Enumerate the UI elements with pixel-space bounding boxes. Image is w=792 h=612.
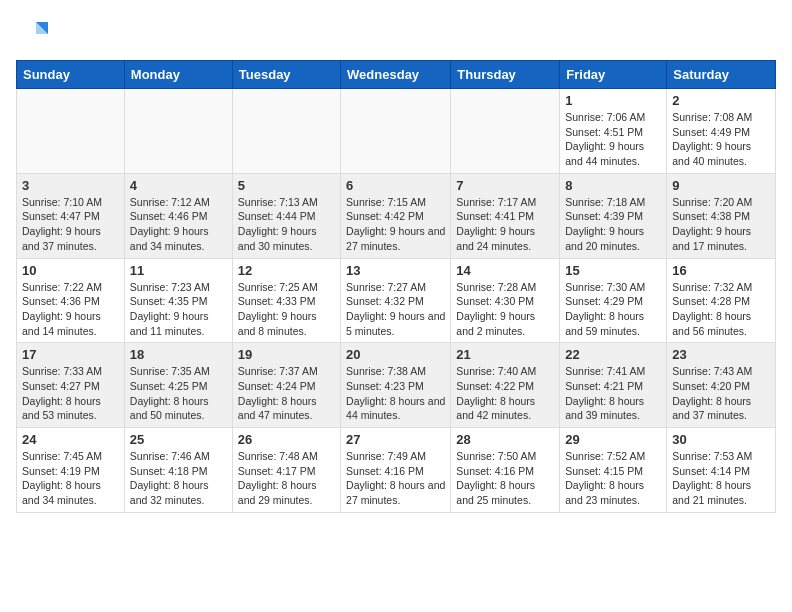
day-info: Sunrise: 7:08 AM Sunset: 4:49 PM Dayligh… [672,110,770,169]
day-cell: 26Sunrise: 7:48 AM Sunset: 4:17 PM Dayli… [232,428,340,513]
day-info: Sunrise: 7:48 AM Sunset: 4:17 PM Dayligh… [238,449,335,508]
col-header-tuesday: Tuesday [232,61,340,89]
svg-marker-2 [36,22,48,34]
day-cell: 13Sunrise: 7:27 AM Sunset: 4:32 PM Dayli… [341,258,451,343]
col-header-sunday: Sunday [17,61,125,89]
week-row-1: 1Sunrise: 7:06 AM Sunset: 4:51 PM Daylig… [17,89,776,174]
day-cell [124,89,232,174]
day-info: Sunrise: 7:40 AM Sunset: 4:22 PM Dayligh… [456,364,554,423]
calendar-header-row: SundayMondayTuesdayWednesdayThursdayFrid… [17,61,776,89]
day-number: 19 [238,347,335,362]
day-number: 10 [22,263,119,278]
week-row-2: 3Sunrise: 7:10 AM Sunset: 4:47 PM Daylig… [17,173,776,258]
day-number: 15 [565,263,661,278]
day-cell: 20Sunrise: 7:38 AM Sunset: 4:23 PM Dayli… [341,343,451,428]
day-info: Sunrise: 7:25 AM Sunset: 4:33 PM Dayligh… [238,280,335,339]
day-cell: 15Sunrise: 7:30 AM Sunset: 4:29 PM Dayli… [560,258,667,343]
day-info: Sunrise: 7:52 AM Sunset: 4:15 PM Dayligh… [565,449,661,508]
day-number: 29 [565,432,661,447]
day-cell: 4Sunrise: 7:12 AM Sunset: 4:46 PM Daylig… [124,173,232,258]
page-header [16,16,776,48]
week-row-3: 10Sunrise: 7:22 AM Sunset: 4:36 PM Dayli… [17,258,776,343]
day-number: 6 [346,178,445,193]
day-cell: 2Sunrise: 7:08 AM Sunset: 4:49 PM Daylig… [667,89,776,174]
day-info: Sunrise: 7:45 AM Sunset: 4:19 PM Dayligh… [22,449,119,508]
day-number: 5 [238,178,335,193]
day-cell: 1Sunrise: 7:06 AM Sunset: 4:51 PM Daylig… [560,89,667,174]
day-number: 2 [672,93,770,108]
day-info: Sunrise: 7:23 AM Sunset: 4:35 PM Dayligh… [130,280,227,339]
day-cell: 7Sunrise: 7:17 AM Sunset: 4:41 PM Daylig… [451,173,560,258]
day-number: 12 [238,263,335,278]
day-cell: 17Sunrise: 7:33 AM Sunset: 4:27 PM Dayli… [17,343,125,428]
day-number: 1 [565,93,661,108]
day-info: Sunrise: 7:35 AM Sunset: 4:25 PM Dayligh… [130,364,227,423]
logo [16,16,52,48]
logo-icon [16,16,48,48]
day-info: Sunrise: 7:30 AM Sunset: 4:29 PM Dayligh… [565,280,661,339]
day-cell: 18Sunrise: 7:35 AM Sunset: 4:25 PM Dayli… [124,343,232,428]
day-number: 7 [456,178,554,193]
day-cell [451,89,560,174]
day-number: 18 [130,347,227,362]
day-info: Sunrise: 7:46 AM Sunset: 4:18 PM Dayligh… [130,449,227,508]
day-info: Sunrise: 7:15 AM Sunset: 4:42 PM Dayligh… [346,195,445,254]
day-info: Sunrise: 7:12 AM Sunset: 4:46 PM Dayligh… [130,195,227,254]
week-row-5: 24Sunrise: 7:45 AM Sunset: 4:19 PM Dayli… [17,428,776,513]
day-info: Sunrise: 7:13 AM Sunset: 4:44 PM Dayligh… [238,195,335,254]
day-cell: 6Sunrise: 7:15 AM Sunset: 4:42 PM Daylig… [341,173,451,258]
day-info: Sunrise: 7:06 AM Sunset: 4:51 PM Dayligh… [565,110,661,169]
col-header-thursday: Thursday [451,61,560,89]
day-info: Sunrise: 7:33 AM Sunset: 4:27 PM Dayligh… [22,364,119,423]
day-number: 9 [672,178,770,193]
day-number: 27 [346,432,445,447]
day-number: 11 [130,263,227,278]
day-number: 28 [456,432,554,447]
day-cell: 11Sunrise: 7:23 AM Sunset: 4:35 PM Dayli… [124,258,232,343]
day-number: 22 [565,347,661,362]
day-cell: 16Sunrise: 7:32 AM Sunset: 4:28 PM Dayli… [667,258,776,343]
day-info: Sunrise: 7:28 AM Sunset: 4:30 PM Dayligh… [456,280,554,339]
col-header-friday: Friday [560,61,667,89]
day-info: Sunrise: 7:32 AM Sunset: 4:28 PM Dayligh… [672,280,770,339]
day-number: 16 [672,263,770,278]
day-info: Sunrise: 7:41 AM Sunset: 4:21 PM Dayligh… [565,364,661,423]
day-number: 23 [672,347,770,362]
day-number: 17 [22,347,119,362]
day-cell: 12Sunrise: 7:25 AM Sunset: 4:33 PM Dayli… [232,258,340,343]
day-cell: 30Sunrise: 7:53 AM Sunset: 4:14 PM Dayli… [667,428,776,513]
day-cell: 19Sunrise: 7:37 AM Sunset: 4:24 PM Dayli… [232,343,340,428]
day-cell: 21Sunrise: 7:40 AM Sunset: 4:22 PM Dayli… [451,343,560,428]
week-row-4: 17Sunrise: 7:33 AM Sunset: 4:27 PM Dayli… [17,343,776,428]
day-info: Sunrise: 7:38 AM Sunset: 4:23 PM Dayligh… [346,364,445,423]
day-number: 26 [238,432,335,447]
day-cell: 24Sunrise: 7:45 AM Sunset: 4:19 PM Dayli… [17,428,125,513]
col-header-wednesday: Wednesday [341,61,451,89]
day-number: 24 [22,432,119,447]
day-info: Sunrise: 7:27 AM Sunset: 4:32 PM Dayligh… [346,280,445,339]
day-number: 8 [565,178,661,193]
day-cell [17,89,125,174]
day-number: 14 [456,263,554,278]
calendar-table: SundayMondayTuesdayWednesdayThursdayFrid… [16,60,776,513]
day-number: 25 [130,432,227,447]
day-info: Sunrise: 7:53 AM Sunset: 4:14 PM Dayligh… [672,449,770,508]
day-cell: 28Sunrise: 7:50 AM Sunset: 4:16 PM Dayli… [451,428,560,513]
day-cell: 5Sunrise: 7:13 AM Sunset: 4:44 PM Daylig… [232,173,340,258]
day-number: 3 [22,178,119,193]
day-cell: 22Sunrise: 7:41 AM Sunset: 4:21 PM Dayli… [560,343,667,428]
day-cell: 29Sunrise: 7:52 AM Sunset: 4:15 PM Dayli… [560,428,667,513]
day-info: Sunrise: 7:43 AM Sunset: 4:20 PM Dayligh… [672,364,770,423]
col-header-saturday: Saturday [667,61,776,89]
day-cell: 9Sunrise: 7:20 AM Sunset: 4:38 PM Daylig… [667,173,776,258]
day-cell: 8Sunrise: 7:18 AM Sunset: 4:39 PM Daylig… [560,173,667,258]
day-cell: 14Sunrise: 7:28 AM Sunset: 4:30 PM Dayli… [451,258,560,343]
day-number: 4 [130,178,227,193]
day-info: Sunrise: 7:37 AM Sunset: 4:24 PM Dayligh… [238,364,335,423]
day-cell: 23Sunrise: 7:43 AM Sunset: 4:20 PM Dayli… [667,343,776,428]
day-number: 20 [346,347,445,362]
day-info: Sunrise: 7:17 AM Sunset: 4:41 PM Dayligh… [456,195,554,254]
day-cell: 3Sunrise: 7:10 AM Sunset: 4:47 PM Daylig… [17,173,125,258]
day-number: 13 [346,263,445,278]
day-number: 21 [456,347,554,362]
